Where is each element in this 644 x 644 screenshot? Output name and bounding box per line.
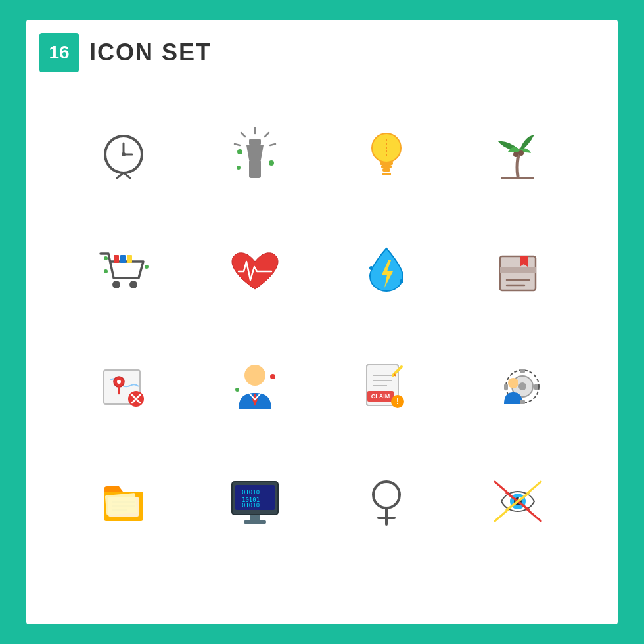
header: 16 ICON SET bbox=[39, 33, 605, 72]
svg-point-16 bbox=[237, 166, 241, 170]
svg-rect-30 bbox=[127, 255, 132, 263]
shopping-cart-icon-cell bbox=[59, 214, 187, 329]
svg-rect-67 bbox=[520, 400, 525, 404]
file-folder-icon bbox=[94, 472, 153, 531]
gender-female-icon-cell bbox=[322, 444, 450, 559]
svg-line-7 bbox=[241, 133, 245, 137]
svg-rect-79 bbox=[244, 520, 266, 524]
svg-rect-13 bbox=[249, 160, 261, 178]
svg-line-9 bbox=[235, 144, 240, 145]
svg-rect-75 bbox=[104, 493, 136, 515]
svg-point-50 bbox=[235, 388, 239, 392]
svg-point-25 bbox=[518, 150, 524, 156]
flashlight-icon bbox=[225, 127, 285, 186]
heartbeat-icon-cell bbox=[191, 214, 319, 329]
svg-point-65 bbox=[508, 378, 518, 388]
svg-point-43 bbox=[117, 380, 121, 384]
svg-point-27 bbox=[129, 281, 137, 288]
svg-point-26 bbox=[112, 281, 120, 288]
page-title: ICON SET bbox=[89, 39, 212, 66]
svg-text:01010: 01010 bbox=[242, 489, 260, 495]
palm-tree-icon bbox=[488, 127, 547, 186]
svg-rect-66 bbox=[520, 369, 525, 373]
svg-line-8 bbox=[265, 133, 269, 137]
svg-marker-12 bbox=[246, 145, 264, 160]
claim-document-icon: CLAIM ! bbox=[357, 357, 416, 416]
svg-point-35 bbox=[369, 266, 373, 270]
person-avatar-icon-cell bbox=[191, 329, 319, 444]
person-avatar-icon bbox=[225, 357, 285, 416]
number-badge: 16 bbox=[39, 33, 79, 72]
binary-monitor-icon: 01010 10101 01010 bbox=[225, 472, 285, 531]
svg-rect-19 bbox=[381, 165, 392, 168]
clock-icon bbox=[94, 127, 153, 186]
svg-point-14 bbox=[237, 149, 242, 154]
svg-line-10 bbox=[270, 144, 275, 145]
svg-point-31 bbox=[104, 256, 108, 260]
package-box-icon bbox=[488, 242, 547, 301]
icons-grid: CLAIM ! bbox=[39, 92, 605, 565]
flashlight-icon-cell bbox=[191, 99, 319, 214]
water-energy-icon bbox=[357, 242, 416, 301]
lightbulb-icon-cell bbox=[322, 99, 450, 214]
svg-text:01010: 01010 bbox=[242, 502, 260, 509]
svg-rect-29 bbox=[120, 255, 126, 263]
main-card: 16 ICON SET bbox=[26, 20, 618, 624]
gender-female-icon bbox=[357, 472, 416, 531]
svg-rect-20 bbox=[382, 168, 390, 172]
eye-target-icon bbox=[488, 472, 547, 531]
svg-rect-28 bbox=[114, 255, 119, 263]
svg-rect-68 bbox=[534, 384, 538, 390]
svg-rect-18 bbox=[380, 162, 393, 165]
svg-rect-11 bbox=[249, 139, 261, 145]
clock-icon-cell bbox=[59, 99, 187, 214]
svg-point-36 bbox=[400, 279, 403, 283]
shopping-cart-icon bbox=[94, 242, 153, 301]
eye-target-icon-cell bbox=[453, 444, 582, 559]
svg-point-3 bbox=[122, 152, 126, 156]
gear-person-icon-cell bbox=[453, 329, 582, 444]
svg-point-83 bbox=[373, 482, 400, 508]
svg-point-47 bbox=[244, 365, 265, 386]
file-folder-icon-cell bbox=[59, 444, 187, 559]
svg-point-33 bbox=[104, 269, 108, 273]
svg-point-64 bbox=[518, 382, 526, 390]
map-cancel-icon bbox=[94, 357, 153, 416]
package-box-icon-cell bbox=[453, 214, 582, 329]
svg-text:CLAIM: CLAIM bbox=[371, 393, 390, 400]
svg-point-32 bbox=[145, 265, 149, 269]
map-cancel-icon-cell bbox=[59, 329, 187, 444]
gear-person-icon bbox=[488, 357, 547, 416]
claim-document-icon-cell: CLAIM ! bbox=[322, 329, 450, 444]
heartbeat-icon bbox=[225, 242, 285, 301]
svg-text:!: ! bbox=[396, 396, 399, 406]
svg-rect-78 bbox=[250, 515, 260, 521]
svg-point-49 bbox=[270, 374, 275, 379]
palm-tree-icon-cell bbox=[453, 99, 582, 214]
binary-monitor-icon-cell: 01010 10101 01010 bbox=[191, 444, 319, 559]
svg-point-24 bbox=[513, 152, 518, 157]
water-energy-icon-cell bbox=[322, 214, 450, 329]
svg-rect-69 bbox=[504, 384, 508, 390]
lightbulb-icon bbox=[357, 127, 416, 186]
svg-rect-38 bbox=[500, 267, 536, 273]
svg-point-15 bbox=[269, 160, 274, 166]
